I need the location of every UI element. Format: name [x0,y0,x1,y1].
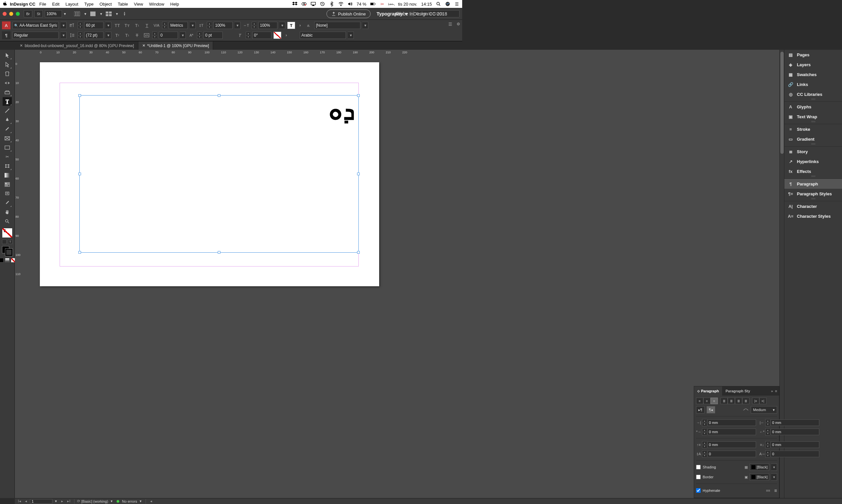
gpu-icon[interactable] [120,10,129,17]
kerning-input[interactable] [169,22,188,29]
bridge-button[interactable]: Br [24,10,32,17]
selection-tool[interactable] [3,51,12,60]
apply-gradient-icon[interactable] [5,258,10,263]
menu-view[interactable]: View [134,2,143,6]
minimize-window-button[interactable] [9,12,13,16]
doc-tab-0[interactable]: ✕ bloodied-but-unbowed_yousuf_16.indd @ … [16,41,138,50]
cc-status-icon[interactable] [301,1,307,6]
maximize-window-button[interactable] [16,12,20,16]
eyedropper-tool[interactable] [3,199,12,207]
vscale-spinner[interactable]: ▴▾ [207,22,212,29]
tracking-spinner[interactable]: ▴▾ [152,32,157,39]
subscript2-button[interactable]: T1 [123,32,131,39]
publish-online-button[interactable]: Publish Online [326,10,371,18]
doc-tab-1[interactable]: ✕ *Untitled-1 @ 100% [GPU Preview] [138,41,213,50]
close-tab-icon[interactable]: ✕ [20,43,23,48]
menu-file[interactable]: File [39,2,46,6]
font-size-spinner[interactable]: ▴▾ [78,22,82,29]
canvas[interactable]: 0102030405060708090100110120130140150160… [21,50,462,277]
baseline-input[interactable] [203,32,223,39]
skew-input[interactable] [252,32,271,39]
font-family-input[interactable]: 🔍AA-Marcus East Syria [13,22,59,29]
line-tool[interactable] [3,106,12,115]
spotlight-icon[interactable] [436,1,441,6]
swap-fill-icon[interactable] [2,239,6,244]
font-style-dropdown[interactable]: ▾ [60,32,67,39]
fill-expand[interactable]: › [297,22,303,29]
handle-tm[interactable] [218,94,220,97]
rectangle-tool[interactable] [3,143,12,152]
charstyle-input[interactable] [314,22,360,29]
page-tool[interactable] [3,70,12,78]
text-frame[interactable]: ܕܘ [79,95,359,253]
direct-selection-tool[interactable] [3,60,12,69]
stroke-expand[interactable]: › [283,32,289,39]
tracking-input[interactable] [159,32,178,39]
battery-icon[interactable] [370,1,376,6]
horizontal-ruler[interactable]: 0102030405060708090100110120130140150160… [21,50,462,56]
menu-type[interactable]: Type [84,2,93,6]
gradient-feather-tool[interactable] [3,180,12,189]
menu-table[interactable]: Table [118,2,128,6]
view-options-dropdown[interactable]: ▾ [82,10,88,17]
language-dropdown[interactable]: ▾ [348,32,354,39]
handle-tl[interactable] [78,94,81,97]
font-size-dropdown[interactable]: ▾ [105,22,111,29]
arrange-icon[interactable] [104,10,113,17]
gap-tool[interactable] [3,79,12,87]
control-bar-gpu-icon[interactable]: ☰ [448,22,452,27]
stock-button[interactable]: St [34,10,43,17]
fill-stroke-swatch[interactable] [2,246,13,256]
handle-tr[interactable] [357,94,360,97]
default-fill-stroke[interactable]: T [2,228,12,237]
volume-icon[interactable] [347,1,353,6]
handle-ml[interactable] [78,173,81,175]
handle-mr[interactable] [357,173,360,175]
bluetooth-icon[interactable] [329,1,334,6]
subscript-button[interactable]: TT [113,32,121,39]
zoom-dropdown[interactable]: ▾ [62,10,68,17]
hand-tool[interactable] [3,208,12,216]
note-tool[interactable] [3,190,12,198]
zoom-tool[interactable] [3,217,12,226]
leading-input[interactable] [84,32,104,39]
allcaps-button[interactable]: TT [113,22,121,29]
handle-bm[interactable] [218,251,220,254]
scissors-tool[interactable]: ✂ [3,152,12,161]
pen-tool[interactable] [3,115,12,124]
gradient-swatch-tool[interactable] [3,171,12,180]
leading-spinner[interactable]: ▴▾ [78,32,82,39]
menu-object[interactable]: Object [100,2,112,6]
vscale-input[interactable] [213,22,233,29]
scissors-icon[interactable]: ✂ [379,1,385,6]
baseline-spinner[interactable]: ▴▾ [197,32,202,39]
timemachine-icon[interactable] [320,1,325,6]
charstyle-dropdown[interactable]: ▾ [362,22,368,29]
tracking-dropdown[interactable]: ▾ [180,32,186,39]
apple-icon[interactable] [3,1,7,7]
content-collector-tool[interactable] [3,88,12,96]
skew-spinner[interactable]: ▴▾ [246,32,250,39]
zoom-input[interactable] [45,10,62,17]
stroke-swatch-button[interactable] [273,32,281,39]
hscale-input[interactable] [258,22,277,29]
menu-window[interactable]: Window [149,2,164,6]
format-container-icon[interactable]: T [8,239,13,244]
type-tool[interactable] [3,97,12,106]
close-window-button[interactable] [3,12,6,16]
control-bar-menu-icon[interactable]: ⚙ [456,22,460,26]
screen-mode-dropdown[interactable]: ▾ [98,10,104,17]
vertical-ruler[interactable]: 0102030405060708090100110 [15,50,21,277]
free-transform-tool[interactable] [3,162,12,170]
kerning-spinner[interactable]: ▴▾ [162,22,167,29]
language-input[interactable] [300,32,346,39]
menu-help[interactable]: Help [170,2,179,6]
airplay-icon[interactable] [311,1,316,6]
char-mode-button[interactable]: A [2,21,11,29]
para-mode-button[interactable]: ¶ [2,31,11,39]
wifi-icon[interactable] [338,1,344,6]
leading-dropdown[interactable]: ▾ [105,32,111,39]
strikethrough-button[interactable]: T [133,32,141,39]
underline-button[interactable]: T [143,22,151,29]
rectangle-frame-tool[interactable] [3,134,12,143]
